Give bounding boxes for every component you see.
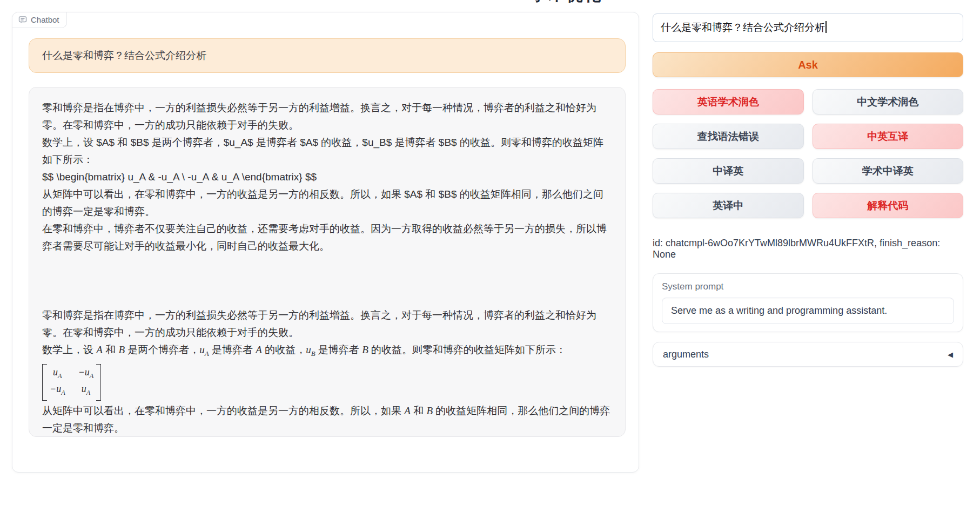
bot-message-line: 零和博弈是指在博弈中，一方的利益损失必然等于另一方的利益增益。换言之，对于每一种… xyxy=(42,307,612,341)
bot-message-line: 在零和博弈中，博弈者不仅要关注自己的收益，还需要考虑对手的收益。因为一方取得的收… xyxy=(42,220,612,255)
function-button[interactable]: 查找语法错误 xyxy=(653,124,804,149)
function-button[interactable]: 中译英 xyxy=(653,158,804,184)
bot-message-gap xyxy=(42,255,612,307)
user-message: 什么是零和博弈？结合公式介绍分析 xyxy=(29,38,626,73)
function-button[interactable]: 英语学术润色 xyxy=(653,89,804,114)
function-button[interactable]: 学术中译英 xyxy=(813,158,964,184)
arguments-accordion[interactable]: arguments ◀ xyxy=(653,342,963,367)
function-button[interactable]: 中文学术润色 xyxy=(813,89,964,114)
control-column: 什么是零和博弈？结合公式介绍分析 Ask 英语学术润色中文学术润色查找语法错误中… xyxy=(653,14,963,367)
question-input[interactable]: 什么是零和博弈？结合公式介绍分析 xyxy=(653,14,963,42)
bot-message-line: $$ \begin{bmatrix} u_A & -u_A \ -u_A & u… xyxy=(42,168,612,186)
bot-message: 零和博弈是指在博弈中，一方的利益损失必然等于另一方的利益增益。换言之，对于每一种… xyxy=(29,87,626,437)
user-message-text: 什么是零和博弈？结合公式介绍分析 xyxy=(42,49,206,63)
bot-message-line: 数学上，设 $A$ 和 $B$ 是两个博弈者，$u_A$ 是博弈者 $A$ 的收… xyxy=(42,134,612,168)
bot-message-line: 从矩阵中可以看出，在零和博弈中，一方的收益是另一方的相反数。所以，如果 A 和 … xyxy=(42,402,612,437)
bot-message-matrix: uA−uA−uAuA xyxy=(42,362,612,402)
system-prompt-input[interactable]: Serve me as a writing and programming as… xyxy=(662,298,954,324)
bot-message-line: 数学上，设 A 和 B 是两个博弈者，uA 是博弈者 A 的收益，uB 是博弈者… xyxy=(42,341,612,362)
text-caret xyxy=(825,21,827,33)
bot-message-line: 零和博弈是指在博弈中，一方的利益损失必然等于另一方的利益增益。换言之，对于每一种… xyxy=(42,99,612,134)
function-button[interactable]: 英译中 xyxy=(653,193,804,218)
system-prompt-label: System prompt xyxy=(662,281,954,292)
question-input-value: 什么是零和博弈？结合公式介绍分析 xyxy=(661,22,825,33)
status-line: id: chatcmpl-6wOo7KrYTwMl89lbrMWRu4UkFFX… xyxy=(653,238,963,260)
collapse-arrow-icon: ◀ xyxy=(948,351,953,359)
chatbot-panel: Chatbot 什么是零和博弈？结合公式介绍分析 零和博弈是指在博弈中，一方的利… xyxy=(12,12,639,473)
system-prompt-group: System prompt Serve me as a writing and … xyxy=(653,273,963,332)
chatbot-label: Chatbot xyxy=(12,12,67,28)
ask-button[interactable]: Ask xyxy=(653,52,963,77)
function-button[interactable]: 中英互译 xyxy=(813,124,964,149)
app-root: GPT 学术优化 Chatbot 什么是零和博弈？结合公式介绍分析 零和博弈是指… xyxy=(0,0,980,519)
function-button-grid: 英语学术润色中文学术润色查找语法错误中英互译中译英学术中译英英译中解释代码 xyxy=(653,89,963,218)
page-title-text: GPT 学术优化 xyxy=(482,0,607,4)
page-title-clipped: GPT 学术优化 xyxy=(482,0,607,4)
bot-message-line: 从矩阵中可以看出，在零和博弈中，一方的收益是另一方的相反数。所以，如果 $A$ … xyxy=(42,186,612,220)
function-button[interactable]: 解释代码 xyxy=(813,193,964,218)
chat-bubble-icon xyxy=(18,16,27,24)
chatbot-label-text: Chatbot xyxy=(31,15,59,24)
arguments-accordion-label: arguments xyxy=(663,349,709,360)
